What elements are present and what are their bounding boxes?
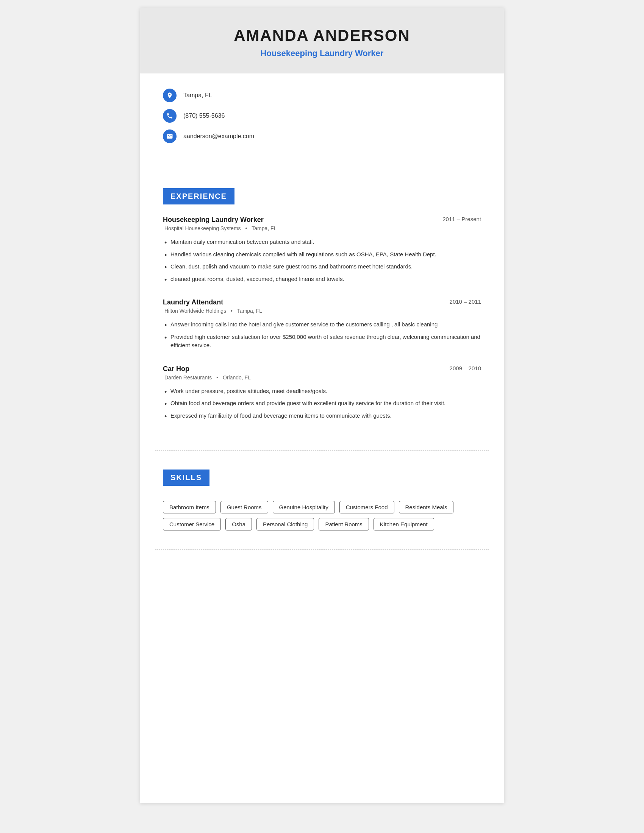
bullet-item: Clean, dust, polish and vacuum to make s…: [163, 261, 481, 273]
resume-container: AMANDA ANDERSON Housekeeping Laundry Wor…: [140, 8, 504, 803]
location-item: Tampa, FL: [163, 88, 481, 102]
header-section: AMANDA ANDERSON Housekeeping Laundry Wor…: [140, 8, 504, 74]
job-company-2: Hilton Worldwide Holdings • Tampa, FL: [163, 308, 481, 314]
skills-tags-container: Bathroom Items Guest Rooms Genuine Hospi…: [163, 501, 481, 531]
job-dates-3: 2009 – 2010: [450, 365, 481, 371]
candidate-title: Housekeeping Laundry Worker: [148, 48, 496, 58]
skills-header: SKILLS: [163, 470, 209, 486]
bullet-item: Expressed my familiarity of food and bev…: [163, 410, 481, 422]
skill-tag-customers-food: Customers Food: [340, 501, 394, 513]
bullet-item: Work under pressure, positive attitudes,…: [163, 385, 481, 397]
candidate-name: AMANDA ANDERSON: [148, 26, 496, 45]
job-bullets-1: Maintain daily communication between pat…: [163, 236, 481, 285]
experience-header: EXPERIENCE: [163, 188, 235, 204]
experience-header-row-3: Car Hop 2009 – 2010: [163, 365, 481, 373]
bullet-item: Maintain daily communication between pat…: [163, 236, 481, 248]
email-text: aanderson@example.com: [184, 133, 254, 140]
bullet-item: cleaned guest rooms, dusted, vaccumed, c…: [163, 273, 481, 286]
location-text: Tampa, FL: [184, 92, 212, 99]
job-bullets-2: Answer incoming calls into the hotel and…: [163, 318, 481, 352]
job-bullets-3: Work under pressure, positive attitudes,…: [163, 385, 481, 422]
phone-item: (870) 555-5636: [163, 109, 481, 123]
email-icon: [163, 130, 177, 143]
bullet-item: Obtain food and beverage orders and prov…: [163, 397, 481, 410]
experience-entry-2: Laundry Attendant 2010 – 2011 Hilton Wor…: [163, 298, 481, 352]
skill-tag-osha: Osha: [225, 518, 252, 531]
experience-divider: [155, 450, 489, 450]
bottom-divider: [155, 549, 489, 550]
skill-tag-customer-service: Customer Service: [163, 518, 221, 531]
contact-divider: [155, 169, 489, 169]
skill-tag-genuine-hospitality: Genuine Hospitality: [273, 501, 335, 513]
phone-text: (870) 555-5636: [184, 113, 225, 119]
bullet-item: Answer incoming calls into the hotel and…: [163, 318, 481, 331]
skill-tag-bathroom-items: Bathroom Items: [163, 501, 216, 513]
job-title-2: Laundry Attendant: [163, 298, 223, 306]
job-title-1: Housekeeping Laundry Worker: [163, 216, 264, 224]
skill-tag-kitchen-equipment: Kitchen Equipment: [374, 518, 434, 531]
skill-tag-patient-rooms: Patient Rooms: [319, 518, 369, 531]
skill-tag-residents-meals: Residents Meals: [399, 501, 454, 513]
bullet-item: Provided high customer satisfaction for …: [163, 331, 481, 352]
contact-section: Tampa, FL (870) 555-5636 aanderson@examp…: [140, 74, 504, 161]
experience-section: EXPERIENCE Housekeeping Laundry Worker 2…: [140, 177, 504, 442]
skill-tag-guest-rooms: Guest Rooms: [221, 501, 268, 513]
email-item: aanderson@example.com: [163, 130, 481, 143]
job-title-3: Car Hop: [163, 365, 189, 373]
bullet-item: Handled various cleaning chemicals compl…: [163, 248, 481, 261]
skill-tag-personal-clothing: Personal Clothing: [256, 518, 314, 531]
job-company-1: Hospital Housekeeping Systems • Tampa, F…: [163, 225, 481, 232]
job-dates-1: 2011 – Present: [443, 216, 481, 222]
experience-entry-3: Car Hop 2009 – 2010 Darden Restaurants •…: [163, 365, 481, 422]
job-company-3: Darden Restaurants • Orlando, FL: [163, 375, 481, 381]
skills-section: SKILLS Bathroom Items Guest Rooms Genuin…: [140, 458, 504, 546]
location-icon: [163, 88, 177, 102]
job-dates-2: 2010 – 2011: [450, 298, 481, 305]
experience-header-row-2: Laundry Attendant 2010 – 2011: [163, 298, 481, 306]
phone-icon: [163, 109, 177, 123]
experience-entry-1: Housekeeping Laundry Worker 2011 – Prese…: [163, 216, 481, 285]
experience-header-row-1: Housekeeping Laundry Worker 2011 – Prese…: [163, 216, 481, 224]
